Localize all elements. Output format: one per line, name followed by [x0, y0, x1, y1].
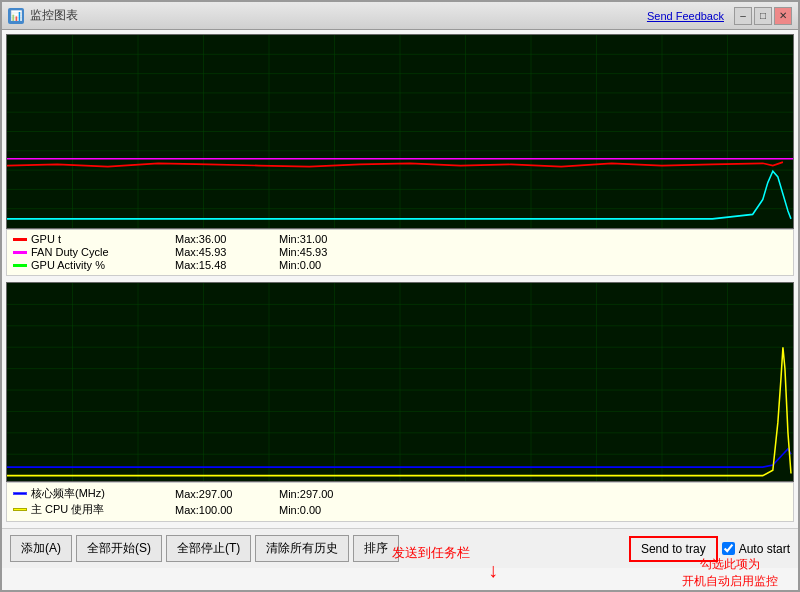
- start-all-button[interactable]: 全部开始(S): [76, 535, 162, 562]
- legend-color-cpu-freq: [13, 492, 27, 495]
- legend-min-cpu-usage: Min:0.00: [279, 504, 321, 516]
- legend-min-gpu-activity: Min:0.00: [279, 259, 321, 271]
- auto-start-label: Auto start: [739, 542, 790, 556]
- auto-start-checkbox[interactable]: [722, 542, 735, 555]
- legend-max-gpu-t: Max:36.00: [175, 233, 275, 245]
- bottom-chart-panel: 800.00 0.00 297.00 0.00: [6, 282, 794, 482]
- sort-button[interactable]: 排序: [353, 535, 399, 562]
- top-chart-svg: [7, 35, 793, 228]
- legend-color-gpu-activity: [13, 264, 27, 267]
- legend-color-gpu-t: [13, 238, 27, 241]
- minimize-button[interactable]: –: [734, 7, 752, 25]
- clear-history-button[interactable]: 清除所有历史: [255, 535, 349, 562]
- legend-max-cpu-freq: Max:297.00: [175, 488, 275, 500]
- legend-item-cpu-freq: 核心频率(MHz) Max:297.00 Min:297.00: [13, 486, 787, 501]
- main-window: 📊 监控图表 Send Feedback – □ ✕ 100.00 0.00 3…: [0, 0, 800, 592]
- legend-min-fan: Min:45.93: [279, 246, 327, 258]
- top-legend: GPU t Max:36.00 Min:31.00 FAN Duty Cycle…: [6, 229, 794, 276]
- legend-item-fan: FAN Duty Cycle Max:45.93 Min:45.93: [13, 246, 787, 258]
- window-icon: 📊: [8, 8, 24, 24]
- restore-button[interactable]: □: [754, 7, 772, 25]
- legend-item-gpu-t: GPU t Max:36.00 Min:31.00: [13, 233, 787, 245]
- bottom-legend: 核心频率(MHz) Max:297.00 Min:297.00 主 CPU 使用…: [6, 482, 794, 522]
- legend-item-cpu-usage: 主 CPU 使用率 Max:100.00 Min:0.00: [13, 502, 787, 517]
- legend-name-gpu-t: GPU t: [31, 233, 171, 245]
- legend-min-gpu-t: Min:31.00: [279, 233, 327, 245]
- top-chart-panel: 100.00 0.00 34.00 45.93 0.00: [6, 34, 794, 229]
- legend-item-gpu-activity: GPU Activity % Max:15.48 Min:0.00: [13, 259, 787, 271]
- legend-color-fan: [13, 251, 27, 254]
- main-content: 100.00 0.00 34.00 45.93 0.00: [2, 30, 798, 590]
- legend-max-gpu-activity: Max:15.48: [175, 259, 275, 271]
- title-bar: 📊 监控图表 Send Feedback – □ ✕: [2, 2, 798, 30]
- add-button[interactable]: 添加(A): [10, 535, 72, 562]
- legend-name-cpu-usage: 主 CPU 使用率: [31, 502, 171, 517]
- legend-name-cpu-freq: 核心频率(MHz): [31, 486, 171, 501]
- close-button[interactable]: ✕: [774, 7, 792, 25]
- window-controls: – □ ✕: [734, 7, 792, 25]
- send-feedback-button[interactable]: Send Feedback: [647, 10, 724, 22]
- legend-name-fan: FAN Duty Cycle: [31, 246, 171, 258]
- legend-max-cpu-usage: Max:100.00: [175, 504, 275, 516]
- legend-name-gpu-activity: GPU Activity %: [31, 259, 171, 271]
- auto-start-area: Auto start: [722, 542, 790, 556]
- toolbar: 添加(A) 全部开始(S) 全部停止(T) 清除所有历史 排序 Send to …: [2, 528, 798, 568]
- legend-min-cpu-freq: Min:297.00: [279, 488, 333, 500]
- legend-max-fan: Max:45.93: [175, 246, 275, 258]
- send-to-tray-button[interactable]: Send to tray: [629, 536, 718, 562]
- bottom-chart-svg: [7, 283, 793, 481]
- stop-all-button[interactable]: 全部停止(T): [166, 535, 251, 562]
- window-title: 监控图表: [30, 7, 647, 24]
- legend-color-cpu-usage: [13, 508, 27, 511]
